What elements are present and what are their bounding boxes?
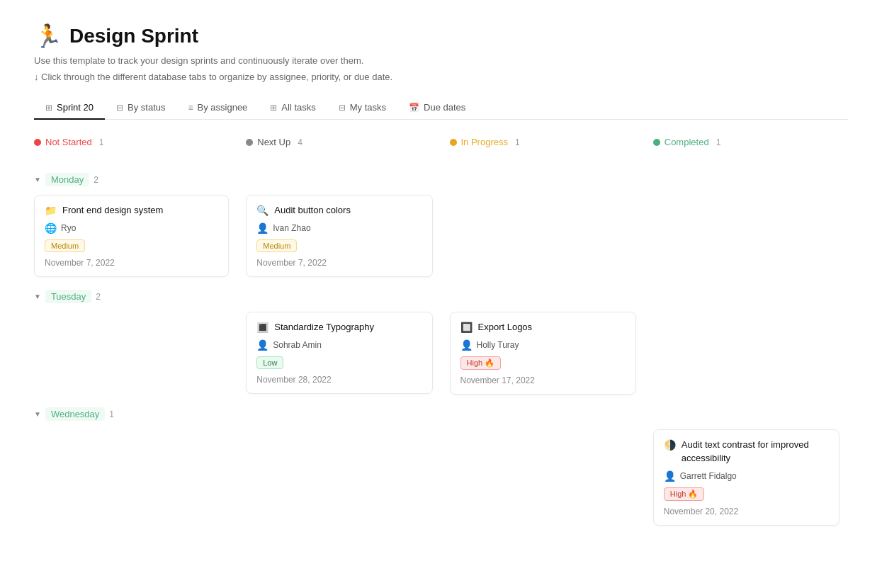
wednesday-not-started-cell (34, 429, 237, 443)
assignee-icon: 👤 (664, 470, 676, 482)
monday-toggle[interactable]: ▼ (34, 176, 41, 183)
tab-mytasks-icon: ⊟ (339, 103, 346, 113)
page-hint: ↓ Click through the different database t… (34, 72, 848, 82)
board-columns-header: Not Started 1 Next Up 4 In Progress 1 (34, 134, 848, 162)
page-emoji: 🏃 (34, 23, 62, 50)
tuesday-completed-cell (645, 312, 848, 326)
task-assignee: 🌐 Ryo (45, 222, 218, 234)
task-title-row: 📁 Front end design system (45, 204, 218, 217)
task-card-audit-button[interactable]: 🔍 Audit button colors 👤 Ivan Zhao Medium… (246, 195, 432, 277)
assignee-icon: 👤 (256, 222, 268, 234)
task-title: Front end design system (62, 204, 163, 217)
task-assignee: 👤 Sohrab Amin (256, 339, 422, 351)
tab-sprint20[interactable]: ⊞ Sprint 20 (34, 96, 105, 120)
contrast-icon: 🌗 (664, 439, 676, 451)
monday-label: Monday (45, 173, 89, 186)
tab-byassignee-icon: ≡ (188, 103, 193, 113)
in-progress-label: In Progress (461, 137, 508, 147)
assignee-icon: 👤 (460, 339, 473, 351)
wednesday-label: Wednesday (45, 407, 105, 421)
next-up-count: 4 (298, 137, 303, 147)
completed-label: Completed (665, 137, 709, 147)
monday-count: 2 (94, 175, 98, 185)
day-group-monday: ▼ Monday 2 (34, 173, 848, 186)
tab-bystatus-label: By status (128, 102, 165, 113)
in-progress-count: 1 (515, 137, 520, 147)
tab-duedates-icon: 📅 (409, 103, 419, 113)
page-subtitle: Use this template to track your design s… (34, 55, 848, 66)
task-title: Export Logos (478, 321, 533, 334)
task-card-audit-contrast[interactable]: 🌗 Audit text contrast for improved acces… (653, 429, 839, 525)
col-header-completed: Completed 1 (645, 134, 848, 162)
task-assignee: 👤 Ivan Zhao (256, 222, 422, 234)
task-date: November 7, 2022 (256, 258, 422, 268)
day-group-wednesday: ▼ Wednesday 1 (34, 407, 848, 421)
task-card-typography[interactable]: 🔳 Standardize Typography 👤 Sohrab Amin L… (246, 312, 432, 394)
day-section-tuesday: ▼ Tuesday 2 🔳 Standardize Typography 👤 (34, 290, 848, 402)
page-wrapper: 🏃 Design Sprint Use this template to tra… (0, 0, 882, 561)
task-card-front-end[interactable]: 📁 Front end design system 🌐 Ryo Medium N… (34, 195, 229, 277)
tab-byassignee-label: By assignee (198, 102, 248, 113)
tuesday-not-started-cell (34, 312, 237, 326)
search-icon: 🔍 (256, 205, 268, 216)
task-title-row: 🔍 Audit button colors (256, 204, 422, 217)
day-section-wednesday: ▼ Wednesday 1 🌗 Audit text contrast for … (34, 407, 848, 532)
completed-dot (653, 139, 660, 146)
task-card-export-logos[interactable]: 🔲 Export Logos 👤 Holly Turay High 🔥 Nove… (450, 312, 636, 395)
tab-bystatus[interactable]: ⊟ By status (105, 96, 176, 120)
task-title: Audit text contrast for improved accessi… (682, 439, 829, 464)
not-started-count: 1 (99, 137, 104, 147)
tab-alltasks-icon: ⊞ (270, 103, 277, 113)
wednesday-completed-cell: 🌗 Audit text contrast for improved acces… (645, 429, 848, 532)
tuesday-count: 2 (96, 292, 101, 302)
task-date: November 17, 2022 (460, 375, 626, 385)
page-header: 🏃 Design Sprint (34, 23, 848, 50)
task-assignee: 👤 Holly Turay (460, 339, 626, 351)
grid-icon: 🔳 (256, 322, 268, 333)
tuesday-row: 🔳 Standardize Typography 👤 Sohrab Amin L… (34, 312, 848, 402)
tab-alltasks[interactable]: ⊞ All tasks (259, 96, 327, 120)
monday-row: 📁 Front end design system 🌐 Ryo Medium N… (34, 195, 848, 284)
assignee-name: Ivan Zhao (273, 223, 310, 233)
folder-icon: 📁 (45, 205, 57, 216)
assignee-icon: 🌐 (45, 222, 57, 234)
task-title-row: 🌗 Audit text contrast for improved acces… (664, 439, 829, 464)
tab-alltasks-label: All tasks (281, 102, 315, 113)
col-header-in-progress: In Progress 1 (441, 134, 645, 162)
tuesday-next-up-cell: 🔳 Standardize Typography 👤 Sohrab Amin L… (237, 312, 441, 401)
wednesday-next-up-cell (237, 429, 441, 443)
tab-bystatus-icon: ⊟ (116, 103, 123, 113)
task-title: Audit button colors (274, 204, 351, 217)
task-title-row: 🔲 Export Logos (460, 321, 626, 334)
tab-byassignee[interactable]: ≡ By assignee (177, 96, 259, 120)
in-progress-dot (450, 139, 457, 146)
page-title: Design Sprint (69, 25, 198, 47)
tuesday-toggle[interactable]: ▼ (34, 293, 41, 300)
assignee-name: Holly Turay (477, 340, 519, 350)
tabs-bar: ⊞ Sprint 20 ⊟ By status ≡ By assignee ⊞ … (34, 96, 848, 120)
task-assignee: 👤 Garrett Fidalgo (664, 470, 829, 482)
next-up-dot (246, 139, 253, 146)
task-date: November 7, 2022 (45, 258, 218, 268)
tab-duedates[interactable]: 📅 Due dates (397, 96, 477, 120)
day-group-tuesday: ▼ Tuesday 2 (34, 290, 848, 303)
column-header-not-started: Not Started 1 (34, 134, 229, 150)
task-date: November 20, 2022 (664, 507, 829, 516)
assignee-icon: 👤 (256, 339, 268, 351)
wednesday-toggle[interactable]: ▼ (34, 410, 41, 418)
monday-next-up-cell: 🔍 Audit button colors 👤 Ivan Zhao Medium… (237, 195, 441, 284)
monday-not-started-cell: 📁 Front end design system 🌐 Ryo Medium N… (34, 195, 237, 284)
tuesday-in-progress-cell: 🔲 Export Logos 👤 Holly Turay High 🔥 Nove… (441, 312, 645, 402)
monday-in-progress-cell (441, 195, 645, 209)
not-started-dot (34, 139, 41, 146)
day-section-monday: ▼ Monday 2 📁 Front end design system 🌐 R… (34, 173, 848, 284)
task-title: Standardize Typography (274, 321, 374, 334)
column-header-next-up: Next Up 4 (246, 134, 432, 150)
tab-mytasks[interactable]: ⊟ My tasks (327, 96, 397, 120)
column-header-in-progress: In Progress 1 (450, 134, 636, 150)
board-layout: Not Started 1 Next Up 4 In Progress 1 (34, 134, 848, 533)
priority-badge: Medium (256, 239, 297, 252)
task-title-row: 🔳 Standardize Typography (256, 321, 422, 334)
assignee-name: Ryo (61, 223, 76, 233)
priority-badge: High 🔥 (664, 487, 705, 501)
